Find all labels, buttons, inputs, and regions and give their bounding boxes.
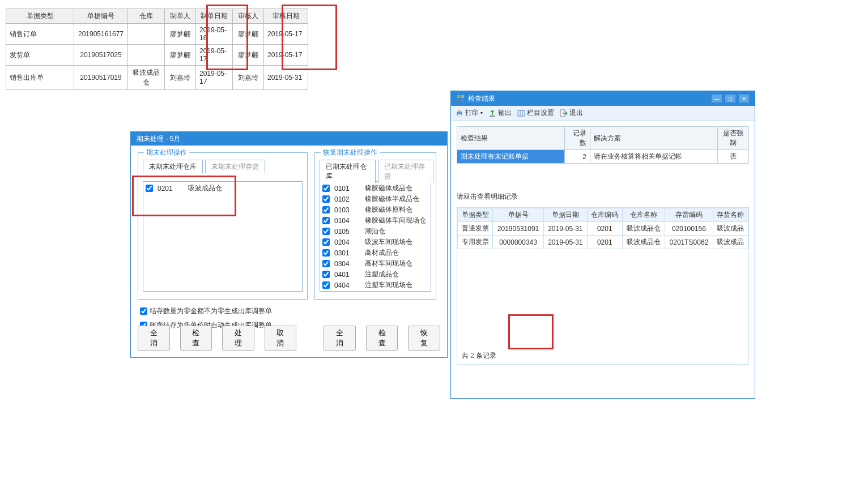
clear-button-2[interactable]: 全消	[324, 326, 356, 351]
chk-zero-amount[interactable]	[140, 307, 147, 315]
tab-unprocessed-warehouse[interactable]: 未期末处理仓库	[143, 160, 203, 173]
table-cell: 销售出库单	[6, 66, 74, 90]
list-item[interactable]: 0301高材成品仓	[321, 247, 429, 258]
table-cell: 2019-05-16	[196, 24, 233, 45]
table-cell: 2019-05-31	[264, 66, 308, 90]
table-cell: 刘嘉玲	[233, 66, 264, 90]
clear-button[interactable]: 全消	[138, 326, 170, 351]
list-item[interactable]: 0204吸波车间现场仓	[321, 237, 429, 247]
unprocessed-listbox[interactable]: 0201吸波成品仓	[143, 181, 303, 292]
list-item[interactable]: 0105潮汕仓	[321, 226, 429, 237]
svg-rect-1	[461, 95, 464, 98]
th-makedate: 制单日期	[196, 9, 233, 24]
restore-button[interactable]: 恢复	[408, 326, 440, 351]
check-button[interactable]: 检查	[180, 326, 212, 351]
check-result-grid[interactable]: 检查结果 记录数 解决方案 是否强制 期末处理有未记账单据 2 请在业务核算将相…	[457, 126, 749, 164]
list-item[interactable]: 0104橡胶磁体车间现场仓	[321, 215, 429, 226]
list-item-checkbox[interactable]	[146, 185, 153, 192]
list-item[interactable]: 0102橡胶磁体半成品仓	[321, 194, 429, 204]
list-item-checkbox[interactable]	[322, 206, 330, 213]
list-item-name: 潮汕仓	[365, 227, 385, 236]
table-row[interactable]: 销售订单201905161677廖梦翩2019-05-16廖梦翩2019-05-…	[6, 24, 308, 45]
cancel-button[interactable]: 取消	[265, 326, 297, 351]
list-item-checkbox[interactable]	[322, 238, 330, 246]
dialog-title-bar[interactable]: 检查结果 — □ ✕	[451, 91, 755, 106]
table-cell: 2019-05-17	[264, 45, 308, 66]
table-row[interactable]: 专用发票00000003432019-05-310201吸波成品仓0201TS0…	[458, 236, 748, 249]
dth-whcode: 仓库编码	[587, 208, 622, 222]
export-label: 输出	[498, 108, 512, 118]
th-count: 记录数	[565, 127, 590, 150]
svg-rect-8	[518, 110, 525, 116]
dialog-title[interactable]: 期末处理 - 5月	[131, 132, 447, 146]
list-item[interactable]: 0201吸波成品仓	[144, 183, 301, 194]
list-item[interactable]: 0401注塑成品仓	[321, 269, 429, 280]
exit-button[interactable]: 退出	[560, 108, 583, 118]
table-cell: 2019-05-17	[264, 24, 308, 45]
list-item-name: 橡胶磁体原料仓	[365, 205, 412, 215]
table-cell	[128, 45, 165, 66]
list-item-checkbox[interactable]	[322, 195, 330, 203]
table-cell: 20190517019	[74, 66, 128, 90]
list-item-checkbox[interactable]	[322, 271, 330, 278]
columns-label: 栏目设置	[527, 108, 554, 118]
detail-grid[interactable]: 单据类型 单据号 单据日期 仓库编码 仓库名称 存货编码 存货名称 普通发票20…	[457, 208, 748, 249]
list-item-checkbox[interactable]	[322, 217, 330, 224]
close-button[interactable]: ✕	[739, 95, 749, 102]
list-item-checkbox[interactable]	[322, 281, 330, 289]
table-cell: 201905161677	[74, 24, 128, 45]
minimize-button[interactable]: —	[712, 95, 722, 102]
th-docno: 单据编号	[74, 9, 128, 24]
table-cell: 0201	[587, 222, 622, 236]
list-item-checkbox[interactable]	[322, 185, 330, 192]
exit-label: 退出	[569, 108, 583, 118]
cell-count: 2	[565, 150, 590, 164]
table-cell: 廖梦翩	[233, 24, 264, 45]
table-cell: 销售订单	[6, 24, 74, 45]
columns-button[interactable]: 栏目设置	[517, 108, 554, 118]
table-cell: 2019-05-31	[543, 236, 587, 249]
columns-icon	[517, 109, 525, 117]
dth-doctype: 单据类型	[458, 208, 493, 222]
tab-processed-stock[interactable]: 已期末处理存货	[378, 160, 434, 183]
tab-processed-warehouse[interactable]: 已期末处理仓库	[320, 160, 376, 183]
dth-docdate: 单据日期	[543, 208, 587, 222]
grid-row-selected[interactable]: 期末处理有未记账单据 2 请在业务核算将相关单据记帐 否	[457, 150, 749, 164]
list-item-name: 高材车间现场仓	[365, 259, 412, 268]
table-cell: 20190517025	[74, 45, 128, 66]
table-cell: 廖梦翩	[165, 45, 196, 66]
table-cell: 吸波成品	[713, 236, 748, 249]
list-item-checkbox[interactable]	[322, 249, 330, 257]
dth-whname: 仓库名称	[622, 208, 665, 222]
chk-zero-amount-row[interactable]: 结存数量为零金额不为零生成出库调整单	[140, 306, 272, 316]
list-item[interactable]: 0404注塑车间现场仓	[321, 280, 429, 291]
table-cell: 0201TS0062	[665, 236, 713, 249]
export-button[interactable]: 输出	[488, 108, 512, 118]
list-item[interactable]: 0504粉末冶金成品仓	[321, 291, 429, 292]
table-cell: 吸波成品	[713, 222, 748, 236]
maximize-button[interactable]: □	[725, 95, 735, 102]
list-item-checkbox[interactable]	[322, 228, 330, 235]
svg-rect-7	[490, 116, 495, 117]
list-item[interactable]: 0103橡胶磁体原料仓	[321, 204, 429, 215]
print-button[interactable]: 打印 ▾	[456, 108, 483, 118]
table-cell: 0201	[587, 236, 622, 249]
check-button-2[interactable]: 检查	[366, 326, 398, 351]
table-cell: 20190531091	[493, 222, 544, 236]
svg-rect-3	[461, 99, 464, 102]
tab-unprocessed-stock[interactable]: 未期末处理存货	[205, 160, 265, 173]
table-cell	[128, 24, 165, 45]
list-item-code: 0101	[334, 185, 363, 193]
table-row[interactable]: 发货单20190517025廖梦翩2019-05-17廖梦翩2019-05-17	[6, 45, 308, 66]
table-row[interactable]: 普通发票201905310912019-05-310201吸波成品仓020100…	[458, 222, 748, 236]
processed-listbox[interactable]: 0101橡胶磁体成品仓0102橡胶磁体半成品仓0103橡胶磁体原料仓0104橡胶…	[320, 181, 431, 292]
table-row[interactable]: 销售出库单20190517019吸波成品仓刘嘉玲2019-05-17刘嘉玲201…	[6, 66, 308, 90]
app-icon	[457, 95, 465, 102]
dialog-title-text: 检查结果	[468, 94, 495, 104]
th-warehouse: 仓库	[128, 9, 165, 24]
list-item[interactable]: 0101橡胶磁体成品仓	[321, 183, 429, 194]
table-cell: 吸波成品仓	[622, 222, 665, 236]
process-button[interactable]: 处理	[222, 326, 254, 351]
list-item-checkbox[interactable]	[322, 260, 330, 267]
list-item[interactable]: 0304高材车间现场仓	[321, 258, 429, 269]
